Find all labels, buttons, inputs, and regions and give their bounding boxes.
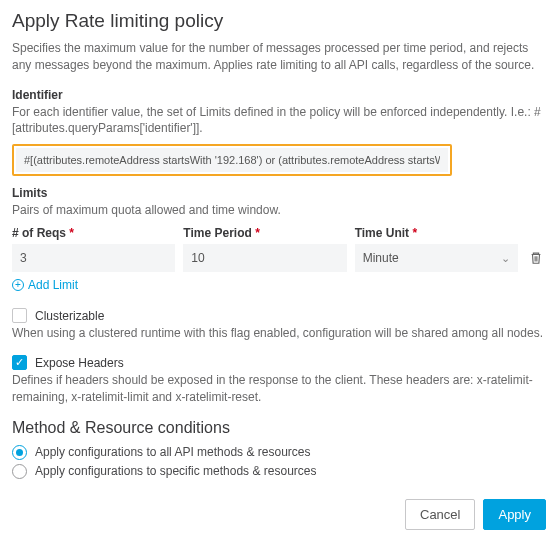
chevron-down-icon: ⌄ [493, 252, 518, 265]
page-title: Apply Rate limiting policy [12, 10, 546, 32]
unit-select[interactable]: ⌄ [355, 244, 518, 272]
clusterizable-checkbox[interactable] [12, 308, 27, 323]
plus-icon: + [12, 279, 24, 291]
cancel-button[interactable]: Cancel [405, 499, 475, 530]
clusterizable-desc: When using a clustered runtime with this… [12, 325, 546, 341]
expose-headers-checkbox[interactable] [12, 355, 27, 370]
add-limit-button[interactable]: + Add Limit [12, 278, 546, 292]
limits-label: Limits [12, 186, 546, 200]
apply-button[interactable]: Apply [483, 499, 546, 530]
radio-specific-methods[interactable] [12, 464, 27, 479]
unit-value[interactable] [355, 244, 493, 272]
radio-specific-label: Apply configurations to specific methods… [35, 464, 316, 478]
delete-row-button[interactable] [529, 251, 543, 268]
trash-icon [529, 251, 543, 265]
identifier-highlight [12, 144, 452, 176]
add-limit-label: Add Limit [28, 278, 78, 292]
radio-all-methods[interactable] [12, 445, 27, 460]
period-input[interactable] [183, 244, 346, 272]
unit-col-label: Time Unit * [355, 226, 518, 240]
identifier-sub: For each identifier value, the set of Li… [12, 104, 546, 136]
limits-sub: Pairs of maximum quota allowed and time … [12, 202, 546, 218]
expose-headers-label: Expose Headers [35, 356, 124, 370]
period-col-label: Time Period * [183, 226, 346, 240]
footer-actions: Cancel Apply [12, 499, 546, 530]
expose-headers-desc: Defines if headers should be exposed in … [12, 372, 546, 404]
radio-all-label: Apply configurations to all API methods … [35, 445, 310, 459]
identifier-input[interactable] [16, 148, 448, 172]
conditions-heading: Method & Resource conditions [12, 419, 546, 437]
limits-row: # of Reqs * Time Period * Time Unit * ⌄ [12, 226, 546, 272]
reqs-input[interactable] [12, 244, 175, 272]
reqs-col-label: # of Reqs * [12, 226, 175, 240]
page-description: Specifies the maximum value for the numb… [12, 40, 546, 74]
identifier-label: Identifier [12, 88, 546, 102]
clusterizable-label: Clusterizable [35, 309, 104, 323]
